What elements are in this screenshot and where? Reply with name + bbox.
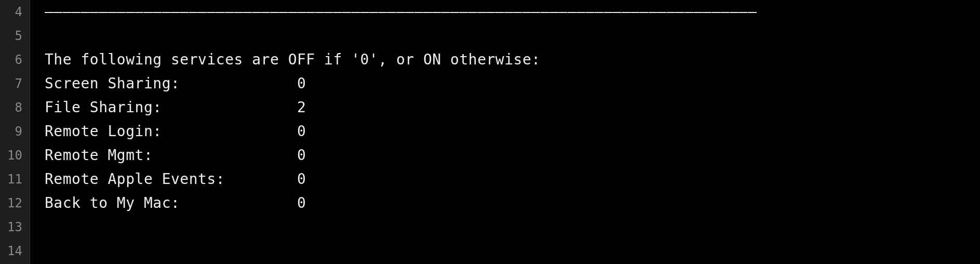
code-line[interactable]: File Sharing: 2	[45, 96, 980, 120]
line-number: 9	[0, 120, 22, 143]
code-content[interactable]: ————————————————————————————————————————…	[30, 0, 980, 264]
line-number-gutter: 4567891011121314	[0, 0, 30, 264]
code-line[interactable]: Remote Mgmt: 0	[45, 143, 980, 167]
line-number: 5	[0, 24, 22, 48]
code-line[interactable]: Back to My Mac: 0	[45, 191, 980, 215]
code-line[interactable]	[45, 239, 980, 263]
code-line[interactable]	[45, 215, 980, 239]
line-number: 13	[0, 215, 22, 239]
line-number: 11	[0, 167, 22, 191]
line-number: 8	[0, 96, 22, 120]
code-line[interactable]: Screen Sharing: 0	[45, 72, 980, 96]
code-line[interactable]: Remote Login: 0	[45, 120, 980, 143]
line-number: 4	[0, 0, 22, 24]
line-number: 14	[0, 239, 22, 263]
line-number: 10	[0, 143, 22, 167]
code-line[interactable]: The following services are OFF if '0', o…	[45, 48, 980, 72]
code-line[interactable]	[45, 24, 980, 48]
line-number: 7	[0, 72, 22, 96]
code-line[interactable]: ————————————————————————————————————————…	[45, 0, 980, 24]
code-line[interactable]: Remote Apple Events: 0	[45, 167, 980, 191]
line-number: 6	[0, 48, 22, 72]
code-editor: 4567891011121314 ———————————————————————…	[0, 0, 980, 264]
line-number: 12	[0, 191, 22, 215]
